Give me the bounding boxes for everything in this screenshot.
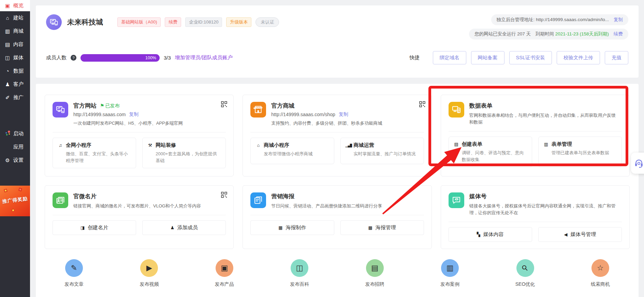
renew-link[interactable]: 续费	[614, 31, 623, 37]
clipboard-gear-icon: ▥	[543, 142, 549, 147]
renew-badge[interactable]: 续费	[165, 17, 181, 27]
icp-filing-button[interactable]: 网站备案	[471, 51, 504, 64]
document-icon: ▤	[4, 42, 11, 48]
micro-card-card: 官微名片 链接官网、商城的微名片，可发布图片、VLOG和个人简介等内容 ◨ 创建…	[45, 185, 234, 249]
magnifier-icon: ⚲	[516, 259, 534, 277]
publish-shortcuts: ✎ 发布文章 ▶ 发布视频 ▣ 发布产品 ◫ 发布百科 ▤ 发布招聘	[58, 259, 617, 287]
add-member-link[interactable]: 增加管理员/团队成员账户	[175, 54, 233, 61]
card-title: 官微名片	[73, 192, 97, 200]
divider	[53, 215, 226, 215]
copy-admin-url-link[interactable]: 复制	[614, 17, 623, 23]
website-url: http://149999.saaas.com	[73, 112, 126, 117]
sidebar-item-media[interactable]: ◫ 媒体	[0, 51, 30, 64]
poster-manage-button[interactable]: ▩ 海报管理	[340, 220, 424, 235]
site-badges: 基础网站版（A00) 续费 企业ID:108120 升级版本 未认证	[117, 17, 279, 27]
sidebar-item-label: 推广	[13, 94, 24, 101]
media-account-manage-button[interactable]: ◀ 媒体号管理	[538, 227, 622, 242]
archive-icon: ▥	[441, 259, 459, 277]
shortcut-leads[interactable]: ☆ 线索商机	[584, 259, 617, 287]
shortcut-publish-video[interactable]: ▶ 发布视频	[133, 259, 165, 287]
expiry-pill: 您的网站已安全运行 207 天 到期时间 2021-11-23 (158天后到期…	[469, 29, 628, 40]
shortcut-publish-product[interactable]: ▣ 发布产品	[208, 259, 241, 287]
sidebar-item-label: 客户	[13, 81, 24, 88]
mall-mini-program-subcard[interactable]: ⌂商城小程序 发布管理微信小程序商城	[250, 138, 334, 164]
sidebar: ▣ 概览 ⌂ 建站 ▥ 商城 ▤ 内容 ◫ 媒体 ◔ 数据 ♟ 客户 ✐ 推广	[0, 0, 30, 297]
sidebar-item-launch[interactable]: 启动	[0, 127, 30, 140]
media-content-button[interactable]: ▚ 媒体内容	[449, 227, 532, 242]
data-forms-card: 数据表单 官网和数据表单相结合，与用户便利互动，并自动归集，从而获取用户反馈和数…	[441, 95, 630, 176]
overview-icon: ▣	[4, 3, 11, 9]
form-management-subcard[interactable]: ▥表单管理 管理已建表单与历史表单数据	[538, 137, 622, 167]
website-app-icon	[53, 102, 68, 118]
bar-chart-icon: ▁▄█	[346, 144, 351, 147]
progress-percent: 100%	[145, 56, 156, 60]
store-icon: ▥	[4, 28, 11, 34]
document-icon: ▤	[366, 259, 384, 277]
members-ratio: 3/3	[164, 55, 171, 61]
sidebar-item-data[interactable]: ◔ 数据	[0, 64, 30, 78]
site-decoration-subcard[interactable]: ⚒网站装修 2000+套主题风格，为创意提供基础	[142, 138, 226, 168]
pencil-icon: ✎	[65, 259, 83, 277]
qrcode-icon[interactable]	[419, 101, 425, 109]
create-form-subcard[interactable]: ▤创建表单 调研、问卷、评选与预定、意向数据收集	[449, 137, 532, 167]
sidebar-item-customers[interactable]: ♟ 客户	[0, 78, 30, 91]
card-description: 支持预约、内容付费、多级分销、拼团、秒杀多功能商城	[271, 120, 382, 127]
features-panel: 官方网站 ⚑已发布 http://149999.saaas.com 复制 一次创…	[36, 84, 639, 297]
copy-url-link[interactable]: 复制	[129, 111, 138, 118]
mini-programs-subcard[interactable]: ♫全网小程序 微信、百度、支付宝、头条等小程序管理	[53, 138, 136, 168]
card-title: 数据表单	[469, 102, 493, 110]
mall-app-icon	[250, 102, 266, 118]
sidebar-item-site-builder[interactable]: ⌂ 建站	[0, 11, 30, 25]
help-icon[interactable]: ?	[71, 55, 76, 61]
sidebar-item-label: 内容	[13, 41, 24, 48]
sidebar-item-overview[interactable]: ▣ 概览	[0, 0, 30, 11]
official-website-card: 官方网站 ⚑已发布 http://149999.saaas.com 复制 一次创…	[45, 95, 234, 176]
divider	[53, 132, 226, 132]
official-mall-card: 官方商城 http://149999.saaas.com/shop 复制 支持预…	[243, 95, 431, 176]
shortcut-publish-jobs[interactable]: ▤ 发布招聘	[358, 259, 391, 287]
sidebar-spacer	[0, 104, 30, 127]
members-section: 成员人数 ? 100% 3/3 增加管理员/团队成员账户	[46, 54, 233, 62]
shortcut-publish-case[interactable]: ▥ 发布案例	[434, 259, 466, 287]
gear-icon: ⚙	[4, 157, 11, 163]
sidebar-item-label: 应用	[13, 144, 24, 150]
add-member-button[interactable]: ♟ 添加成员	[142, 220, 226, 235]
unverified-badge[interactable]: 未认证	[255, 17, 279, 27]
namecard-app-icon	[53, 192, 68, 208]
person-icon: ♟	[170, 225, 174, 230]
shortcut-seo[interactable]: ⚲ SEO优化	[509, 259, 542, 287]
shortcut-publish-article[interactable]: ✎ 发布文章	[58, 259, 90, 287]
site-info-panel: 未来科技城 基础网站版（A00) 续费 企业ID:108120 升级版本 未认证…	[36, 5, 639, 78]
sidebar-item-apps[interactable]: 应用	[0, 140, 30, 154]
flag-icon: ⚑	[100, 103, 104, 108]
mall-operations-subcard[interactable]: ▁▄█商城运营 实时掌握流量、推广与订单情况	[340, 138, 424, 164]
card-title: 官方网站	[73, 102, 97, 110]
create-namecard-button[interactable]: ◨ 创建名片	[53, 220, 136, 235]
ssl-install-button[interactable]: SSL证书安装	[509, 51, 552, 64]
sidebar-item-content[interactable]: ▤ 内容	[0, 38, 30, 51]
sidebar-item-settings[interactable]: ⚙ 设置	[0, 154, 30, 167]
bind-domain-button[interactable]: 绑定域名	[433, 51, 466, 64]
mall-url: http://149999.saaas.com/shop	[271, 112, 335, 117]
poster-create-button[interactable]: ▦ 海报制作	[250, 220, 334, 235]
expire-text: 到期时间 2021-11-23 (158天后到期)	[536, 31, 609, 37]
star-icon: ☆	[591, 259, 609, 277]
site-brand: 未来科技城 基础网站版（A00) 续费 企业ID:108120 升级版本 未认证	[46, 14, 279, 30]
promotion-reward-banner[interactable]: 推广得奖励	[0, 186, 30, 216]
music-note-icon: ♫	[58, 143, 63, 148]
recharge-button[interactable]: 充值	[605, 51, 628, 64]
copy-url-link[interactable]: 复制	[339, 111, 348, 118]
card-description: 链接官网、商城的微名片，可发布图片、VLOG和个人简介等内容	[73, 203, 201, 209]
sidebar-item-promotion[interactable]: ✐ 推广	[0, 91, 30, 104]
colored-dots-icon	[4, 130, 11, 137]
video-icon: ◫	[4, 55, 11, 61]
divider	[449, 131, 622, 131]
qrcode-icon[interactable]	[221, 192, 227, 199]
customer-support-button[interactable]	[631, 153, 644, 174]
shortcut-publish-wiki[interactable]: ◫ 发布百科	[283, 259, 316, 287]
site-meta: 独立后台管理地址: http://149999.saaas.com/admin/…	[469, 14, 628, 40]
sidebar-item-mall[interactable]: ▥ 商城	[0, 25, 30, 38]
verify-file-upload-button[interactable]: 校验文件上传	[557, 51, 600, 64]
upgrade-badge[interactable]: 升级版本	[226, 17, 251, 27]
qrcode-icon[interactable]	[221, 101, 227, 109]
